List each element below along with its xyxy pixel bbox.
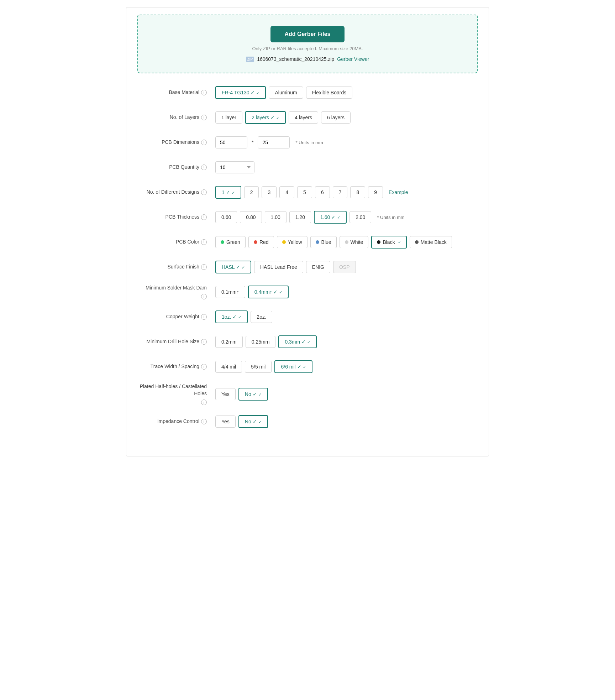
selected-check: ✓: [398, 240, 401, 245]
pcb-color-label: PCB Color i: [137, 239, 215, 246]
color-option-blue[interactable]: Blue: [310, 236, 337, 248]
option-pcb-thickness-1.20[interactable]: 1.20: [289, 211, 311, 223]
option-copper-weight-opts-2oz[interactable]: 2oz.: [251, 311, 272, 323]
num-layers-options: 1 layer2 layers ✓4 layers6 layers: [215, 111, 351, 124]
option-trace-width-opts-6_6[interactable]: 6/6 mil ✓: [274, 360, 312, 373]
option-solder-mask-opts-0.4[interactable]: 0.4mm↑ ✓: [248, 286, 289, 298]
plated-half-holes-label: Plated Half-holes / Castellated Holes i: [137, 383, 215, 405]
surface-finish-info-icon[interactable]: i: [201, 264, 207, 270]
upload-area: Add Gerber Files Only ZIP or RAR files a…: [137, 15, 478, 73]
pcb-height-input[interactable]: [258, 136, 290, 148]
impedance-control-info-icon[interactable]: i: [201, 419, 207, 424]
plated-half-holes-info-icon[interactable]: i: [201, 399, 207, 405]
dimension-unit: * Units in mm: [295, 140, 323, 145]
color-option-black[interactable]: Black ✓: [371, 236, 406, 249]
pcb-quantity-select[interactable]: 5101520253050751001502002503003504004505…: [215, 161, 254, 173]
color-option-red[interactable]: Red: [248, 236, 274, 248]
pcb-color-info-icon[interactable]: i: [201, 239, 207, 245]
pcb-color-options: GreenRedYellowBlueWhiteBlack ✓Matte Blac…: [215, 236, 452, 249]
pcb-quantity-info-icon[interactable]: i: [201, 164, 207, 170]
option-min-drill-hole-opts-0.2[interactable]: 0.2mm: [215, 336, 243, 348]
option-solder-mask-opts-0.1[interactable]: 0.1mm↑: [215, 286, 245, 298]
color-label-green: Green: [226, 239, 240, 245]
base-material-label: Base Material i: [137, 89, 215, 96]
thickness-unit: * Units in mm: [377, 215, 404, 220]
num-designs-options: 1 ✓23456789Example: [215, 186, 408, 199]
zip-badge: ZIP: [246, 57, 254, 62]
file-info: ZIP 1606073_schematic_20210425.zip Gerbe…: [145, 56, 470, 62]
option-num-designs-2[interactable]: 2: [244, 186, 259, 198]
option-pcb-thickness-0.60[interactable]: 0.60: [215, 211, 237, 223]
option-base-material-opts-fr4[interactable]: FR-4 TG130 ✓: [215, 86, 266, 99]
option-copper-weight-opts-1oz[interactable]: 1oz. ✓: [215, 310, 248, 323]
option-min-drill-hole-opts-0.3[interactable]: 0.3mm ✓: [278, 335, 317, 348]
option-plated-half-holes-opts-yes[interactable]: Yes: [215, 388, 236, 400]
option-impedance-control-opts-yes[interactable]: Yes: [215, 416, 236, 428]
dimension-separator: *: [252, 140, 253, 145]
option-pcb-thickness-2.00[interactable]: 2.00: [349, 211, 371, 223]
color-option-yellow[interactable]: Yellow: [277, 236, 308, 248]
surface-finish-label: Surface Finish i: [137, 263, 215, 271]
solder-mask-dam-options: 0.1mm↑0.4mm↑ ✓: [215, 286, 289, 298]
color-option-white[interactable]: White: [340, 236, 369, 248]
option-trace-width-opts-5_5[interactable]: 5/5 mil: [245, 361, 272, 373]
option-trace-width-opts-4_4[interactable]: 4/4 mil: [215, 361, 242, 373]
option-num-layers-opts-6[interactable]: 6 layers: [321, 111, 351, 124]
plated-half-holes-row: Plated Half-holes / Castellated Holes i …: [137, 383, 478, 405]
solder-mask-info-icon[interactable]: i: [201, 294, 207, 299]
file-name: 1606073_schematic_20210425.zip: [257, 56, 334, 62]
option-pcb-thickness-1.60[interactable]: 1.60 ✓: [314, 211, 347, 224]
color-dot-matte_black: [415, 240, 419, 244]
option-num-designs-5[interactable]: 5: [297, 186, 312, 198]
pcb-quantity-options: 5101520253050751001502002503003504004505…: [215, 161, 254, 173]
option-pcb-thickness-1.00[interactable]: 1.00: [265, 211, 287, 223]
color-dot-black: [377, 240, 380, 244]
option-surface-finish-opts-osp[interactable]: OSP: [333, 261, 356, 273]
pcb-quantity-label: PCB Quantity i: [137, 164, 215, 171]
impedance-control-label: Impedance Control i: [137, 418, 215, 425]
option-base-material-opts-flexible[interactable]: Flexible Boards: [306, 87, 353, 99]
option-num-layers-opts-1[interactable]: 1 layer: [215, 111, 242, 124]
min-drill-hole-row: Minimum Drill Hole Size i 0.2mm0.25mm0.3…: [137, 333, 478, 350]
min-drill-hole-info-icon[interactable]: i: [201, 339, 207, 345]
option-surface-finish-opts-hasl_lf[interactable]: HASL Lead Free: [254, 261, 303, 273]
option-num-layers-opts-4[interactable]: 4 layers: [289, 111, 318, 124]
option-num-designs-8[interactable]: 8: [350, 186, 365, 198]
option-pcb-thickness-0.80[interactable]: 0.80: [240, 211, 262, 223]
option-num-designs-4[interactable]: 4: [279, 186, 294, 198]
option-surface-finish-opts-enig[interactable]: ENIG: [306, 261, 330, 273]
color-option-matte_black[interactable]: Matte Black: [410, 236, 452, 248]
copper-weight-info-icon[interactable]: i: [201, 314, 207, 320]
surface-finish-options: HASL ✓HASL Lead FreeENIGOSP: [215, 261, 356, 273]
base-material-info-icon[interactable]: i: [201, 90, 207, 95]
pcb-dimensions-row: PCB Dimensions i * * Units in mm: [137, 134, 478, 151]
num-layers-info-icon[interactable]: i: [201, 115, 207, 120]
option-min-drill-hole-opts-0.25[interactable]: 0.25mm: [246, 336, 276, 348]
pcb-dimensions-info-icon[interactable]: i: [201, 140, 207, 145]
pcb-thickness-info-icon[interactable]: i: [201, 214, 207, 220]
option-surface-finish-opts-hasl[interactable]: HASL ✓: [215, 261, 251, 273]
solder-mask-dam-row: Minimum Solder Mask Dam i 0.1mm↑0.4mm↑ ✓: [137, 283, 478, 301]
gerber-viewer-link[interactable]: Gerber Viewer: [337, 56, 369, 62]
option-num-layers-opts-2[interactable]: 2 layers ✓: [245, 111, 286, 124]
pcb-thickness-label: PCB Thickness i: [137, 214, 215, 221]
color-label-yellow: Yellow: [288, 239, 302, 245]
option-num-designs-1[interactable]: 1 ✓: [215, 186, 241, 199]
option-num-designs-6[interactable]: 6: [315, 186, 330, 198]
color-option-green[interactable]: Green: [215, 236, 246, 248]
trace-width-info-icon[interactable]: i: [201, 364, 207, 370]
option-num-designs-9[interactable]: 9: [368, 186, 383, 198]
option-num-designs-3[interactable]: 3: [262, 186, 277, 198]
num-layers-row: No. of Layers i 1 layer2 layers ✓4 layer…: [137, 109, 478, 126]
option-impedance-control-opts-no[interactable]: No ✓: [238, 415, 268, 428]
num-designs-info-icon[interactable]: i: [201, 189, 207, 195]
surface-finish-row: Surface Finish i HASL ✓HASL Lead FreeENI…: [137, 258, 478, 276]
pcb-width-input[interactable]: [215, 136, 247, 148]
add-gerber-button[interactable]: Add Gerber Files: [270, 26, 345, 42]
trace-width-options: 4/4 mil5/5 mil6/6 mil ✓: [215, 360, 312, 373]
option-num-designs-7[interactable]: 7: [333, 186, 348, 198]
color-label-white: White: [351, 239, 363, 245]
example-link[interactable]: Example: [389, 189, 408, 195]
option-plated-half-holes-opts-no[interactable]: No ✓: [238, 388, 268, 401]
option-base-material-opts-aluminum[interactable]: Aluminum: [269, 87, 303, 99]
